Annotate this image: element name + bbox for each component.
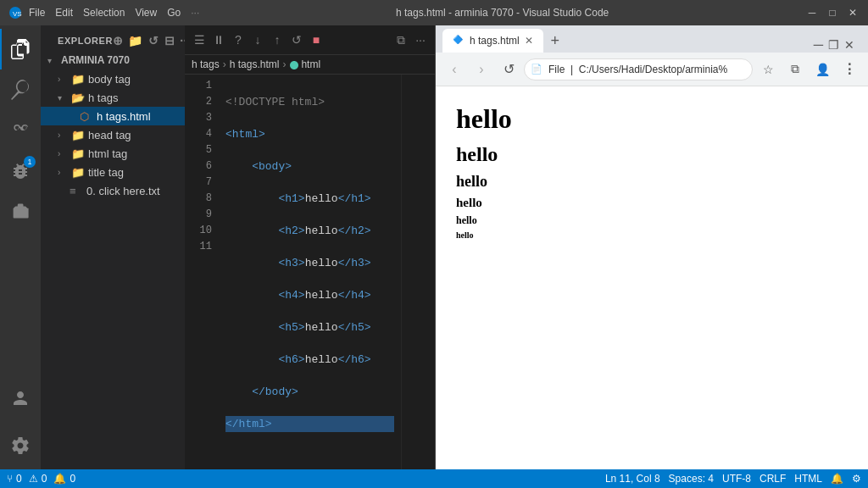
breadcrumb-h-tags-html[interactable]: h tags.html — [230, 58, 280, 70]
toolbar-icon-2[interactable]: ⏸ — [211, 33, 226, 47]
activity-explorer[interactable] — [0, 29, 41, 69]
tree-item-title-tag[interactable]: › 📁 title tag — [41, 163, 185, 181]
status-encoding[interactable]: UTF-8 — [722, 473, 751, 485]
browser-forward-button[interactable]: › — [470, 58, 493, 81]
minimize-button[interactable]: ─ — [805, 7, 819, 19]
activity-search[interactable] — [0, 69, 41, 110]
status-line-ending[interactable]: CRLF — [760, 473, 786, 485]
browser-nav-controls: ‹ › ↺ — [442, 58, 520, 81]
browser-refresh-button[interactable]: ↺ — [497, 58, 520, 81]
menu-view[interactable]: View — [135, 7, 157, 19]
branch-icon: ⑂ — [7, 473, 13, 485]
minimap — [401, 75, 435, 469]
menu-selection[interactable]: Selection — [83, 7, 125, 19]
toolbar-icon-1[interactable]: ☰ — [192, 33, 207, 47]
new-file-icon[interactable]: ⊕ — [113, 34, 124, 47]
menu-go[interactable]: Go — [167, 7, 181, 19]
status-spaces[interactable]: Spaces: 4 — [669, 473, 714, 485]
browser-pane: 🔷 h tags.html ✕ + ─ ❐ ✕ — [436, 25, 868, 469]
browser-profile-button[interactable]: 👤 — [810, 58, 834, 81]
source-control-icon — [10, 120, 31, 141]
sidebar: EXPLORER ⊕ 📁 ↺ ⊟ ··· ▾ ARMINIA 7070 › — [41, 25, 185, 469]
code-line-6: <h3>hello</h3> — [225, 255, 394, 271]
breadcrumb-h-tags[interactable]: h tags — [192, 58, 220, 70]
folder-icon: 📁 — [71, 147, 85, 160]
status-bar: ⑂ 0 ⚠ 0 🔔 0 Ln 11, Col 8 Spaces: 4 UTF-8 — [0, 469, 868, 488]
browser-more-button[interactable]: ⋮ — [837, 58, 861, 81]
browser-split-button[interactable]: ⧉ — [783, 58, 807, 81]
status-feedback[interactable]: ⚙ — [852, 473, 861, 485]
maximize-button[interactable]: □ — [826, 7, 839, 19]
activity-debug[interactable]: 1 — [0, 151, 41, 191]
activity-account[interactable] — [0, 378, 41, 419]
title-bar-left: VS — [8, 6, 22, 19]
tree-item-head-tag[interactable]: › 📁 head tag — [41, 125, 185, 144]
status-warnings[interactable]: 🔔 0 — [53, 473, 75, 485]
browser-minimize[interactable]: ─ — [814, 37, 823, 53]
browser-tab[interactable]: 🔷 h tags.html ✕ — [442, 29, 543, 53]
code-line-2: <html> — [225, 126, 394, 142]
toolbar-icon-7[interactable]: ■ — [309, 33, 324, 47]
collapse-icon[interactable]: ⊟ — [164, 34, 175, 47]
browser-window-controls: ─ ❐ ✕ — [807, 37, 861, 53]
status-language[interactable]: HTML — [794, 473, 822, 485]
folder-open-icon: 📂 — [71, 92, 85, 104]
status-branch[interactable]: ⑂ 0 — [7, 473, 22, 485]
tree-item-html-tag[interactable]: › 📁 html tag — [41, 144, 185, 163]
status-error-count: 0 — [42, 473, 47, 485]
breadcrumb-html[interactable]: html — [289, 58, 320, 70]
tree-item-root[interactable]: ▾ ARMINIA 7070 — [41, 51, 185, 69]
code-line-1: <!DOCTYPE html> — [225, 94, 394, 110]
browser-back-button[interactable]: ‹ — [442, 58, 466, 81]
activity-extensions[interactable] — [0, 191, 41, 232]
tree-item-click-here[interactable]: ≡ 0. click here.txt — [41, 181, 185, 200]
toolbar-icon-6[interactable]: ↺ — [289, 33, 304, 47]
debug-badge: 1 — [24, 156, 36, 168]
status-crlf: CRLF — [760, 473, 786, 485]
address-bar-wrapper: 📄 — [524, 58, 753, 80]
status-notifications[interactable]: 🔔 — [831, 473, 843, 485]
new-folder-icon[interactable]: 📁 — [128, 34, 143, 47]
tree-item-h-tags-html[interactable]: ⬡ h tags.html — [41, 107, 185, 125]
status-encoding-label: UTF-8 — [722, 473, 751, 485]
toolbar-icon-5[interactable]: ↑ — [270, 33, 285, 47]
status-branch-label: 0 — [16, 473, 22, 485]
menu-more[interactable]: ··· — [191, 7, 199, 19]
status-position[interactable]: Ln 11, Col 8 — [605, 473, 660, 485]
arrow-icon: › — [58, 168, 71, 177]
toolbar-icon-3[interactable]: ? — [231, 33, 246, 47]
explorer-label: EXPLORER — [58, 36, 113, 46]
browser-heading-6: hello — [456, 230, 848, 240]
split-editor-icon[interactable]: ⧉ — [393, 33, 409, 47]
browser-restore[interactable]: ❐ — [828, 38, 839, 52]
status-errors[interactable]: ⚠ 0 — [29, 473, 47, 485]
code-editor[interactable]: <!DOCTYPE html> <html> <body> <h1>hello<… — [219, 75, 401, 469]
menu-edit[interactable]: Edit — [55, 7, 73, 19]
activity-source-control[interactable] — [0, 110, 41, 151]
toolbar-more-icon[interactable]: ··· — [413, 33, 428, 47]
browser-tab-close[interactable]: ✕ — [525, 35, 533, 47]
refresh-icon[interactable]: ↺ — [148, 34, 159, 47]
title-bar: VS File Edit Selection View Go ··· h tag… — [0, 0, 868, 25]
address-bar[interactable] — [524, 58, 753, 80]
main-area: 1 EXPLORER ⊕ 📁 ↺ ⊟ ··· — [0, 25, 868, 469]
close-button[interactable]: ✕ — [846, 7, 860, 19]
menu-file[interactable]: File — [29, 7, 45, 19]
arrow-icon: › — [58, 75, 71, 84]
account-icon — [10, 388, 31, 408]
address-lock-icon: 📄 — [531, 64, 542, 75]
editor-pane: ☰ ⏸ ? ↓ ↑ ↺ ■ ⧉ ··· h tags › h tags.html — [185, 25, 436, 469]
browser-bookmark-button[interactable]: ☆ — [756, 58, 780, 81]
browser-new-tab-button[interactable]: + — [543, 29, 567, 53]
toolbar-icon-4[interactable]: ↓ — [250, 33, 265, 47]
code-line-10: </body> — [225, 384, 394, 400]
browser-close[interactable]: ✕ — [844, 38, 854, 52]
tree-item-h-tags[interactable]: ▾ 📂 h tags — [41, 88, 185, 107]
browser-heading-3: hello — [456, 173, 848, 191]
error-icon: ⚠ — [29, 473, 38, 485]
tree-item-body-tag[interactable]: › 📁 body tag — [41, 69, 185, 88]
status-ln-col: Ln 11, Col 8 — [605, 473, 660, 485]
browser-content: hello hello hello hello hello hello — [436, 86, 868, 469]
gear-icon — [10, 435, 31, 456]
activity-settings[interactable] — [0, 425, 41, 466]
